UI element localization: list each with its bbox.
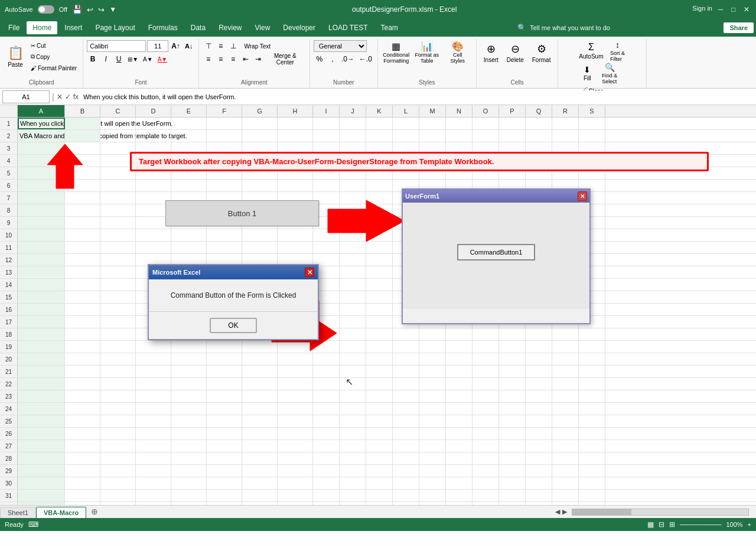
cell-A3[interactable] [18, 142, 65, 154]
cell-L29[interactable] [393, 465, 419, 477]
cell-R22[interactable] [552, 378, 579, 390]
cell-F1[interactable] [207, 118, 242, 129]
cell-B30[interactable] [65, 477, 100, 489]
menu-page-layout[interactable]: Page Layout [89, 21, 141, 34]
cell-S28[interactable] [579, 452, 605, 464]
cell-S24[interactable] [579, 403, 605, 415]
cell-Q24[interactable] [526, 403, 552, 415]
col-header-O[interactable]: O [472, 105, 499, 117]
cell-F2[interactable] [207, 130, 242, 142]
cell-H31[interactable] [278, 490, 313, 501]
cell-S32[interactable] [579, 502, 605, 505]
cell-J24[interactable] [340, 403, 366, 415]
cell-E23[interactable] [171, 390, 207, 402]
cell-F6[interactable] [207, 180, 242, 191]
cell-A4[interactable] [18, 155, 65, 167]
cell-S19[interactable] [579, 341, 605, 353]
cell-D21[interactable] [136, 366, 171, 377]
row-num-25[interactable]: 25 [0, 415, 18, 427]
cell-S2[interactable] [579, 130, 605, 142]
row-num-32[interactable]: 32 [0, 502, 18, 505]
cell-A21[interactable] [18, 366, 65, 377]
row-num-28[interactable]: 28 [0, 452, 18, 464]
cell-B23[interactable] [65, 390, 100, 402]
cell-C18[interactable] [100, 328, 136, 340]
col-header-F[interactable]: F [207, 105, 242, 117]
view-normal-btn[interactable]: ▦ [647, 520, 654, 529]
cell-P32[interactable] [499, 502, 526, 505]
cell-D10[interactable] [136, 229, 171, 241]
row-num-27[interactable]: 27 [0, 440, 18, 452]
cell-N1[interactable] [446, 118, 472, 129]
cell-F11[interactable] [207, 242, 242, 253]
comma-button[interactable]: , [327, 53, 338, 65]
cell-K2[interactable] [366, 130, 393, 142]
cell-J20[interactable] [340, 353, 366, 365]
cell-L1[interactable] [393, 118, 419, 129]
cell-J1[interactable] [340, 118, 366, 129]
cell-P2[interactable] [499, 130, 526, 142]
cell-E2[interactable] [171, 130, 207, 142]
cell-B18[interactable] [65, 328, 100, 340]
cell-A2[interactable]: VBA Macro and User Form copied from temp… [18, 130, 65, 142]
cell-I20[interactable] [313, 353, 340, 365]
col-header-L[interactable]: L [393, 105, 419, 117]
cell-M27[interactable] [419, 440, 446, 452]
cell-K24[interactable] [366, 403, 393, 415]
cell-H26[interactable] [278, 428, 313, 439]
row-num-15[interactable]: 15 [0, 291, 18, 303]
cell-S1[interactable] [579, 118, 605, 129]
number-format-select[interactable]: General Number Currency Date Text [314, 40, 367, 52]
row-num-22[interactable]: 22 [0, 378, 18, 390]
font-color-button[interactable]: A▼ [156, 53, 170, 65]
sheet-tab-sheet1[interactable]: Sheet1 [0, 507, 36, 518]
cell-K27[interactable] [366, 440, 393, 452]
cell-B29[interactable] [65, 465, 100, 477]
cell-P25[interactable] [499, 415, 526, 427]
cell-I11[interactable] [313, 242, 340, 253]
row-num-14[interactable]: 14 [0, 279, 18, 291]
cell-Q1[interactable] [526, 118, 552, 129]
excel-button1[interactable]: Button 1 [165, 200, 319, 226]
cell-styles-button[interactable]: 🎨 CellStyles [443, 40, 472, 64]
cell-G11[interactable] [242, 242, 278, 253]
cell-M28[interactable] [419, 452, 446, 464]
sort-filter-button[interactable]: ↕ Sort &Filter [607, 40, 628, 61]
cell-B19[interactable] [65, 341, 100, 353]
cell-B3[interactable] [65, 142, 100, 154]
cell-P21[interactable] [499, 366, 526, 377]
cell-A22[interactable] [18, 378, 65, 390]
cell-C15[interactable] [100, 291, 136, 303]
cell-J31[interactable] [340, 490, 366, 501]
cell-N29[interactable] [446, 465, 472, 477]
cell-I28[interactable] [313, 452, 340, 464]
cell-H29[interactable] [278, 465, 313, 477]
cell-N27[interactable] [446, 440, 472, 452]
row-num-12[interactable]: 12 [0, 254, 18, 266]
cell-A1[interactable]: When you click this button, it will open… [18, 118, 65, 129]
cell-L2[interactable] [393, 130, 419, 142]
cell-K25[interactable] [366, 415, 393, 427]
cell-M26[interactable] [419, 428, 446, 439]
cell-O18[interactable] [472, 328, 499, 340]
increase-decimal-button[interactable]: .0→ [340, 53, 356, 65]
cell-O23[interactable] [472, 390, 499, 402]
indent-more-button[interactable]: ⇥ [252, 53, 264, 65]
cell-E24[interactable] [171, 403, 207, 415]
cell-B16[interactable] [65, 304, 100, 315]
autosave-toggle[interactable] [38, 5, 54, 14]
cell-K14[interactable] [366, 279, 393, 291]
cell-Q32[interactable] [526, 502, 552, 505]
conditional-formatting-button[interactable]: ▦ ConditionalFormatting [382, 40, 411, 64]
minimize-btn[interactable]: ─ [716, 5, 725, 14]
cell-C11[interactable] [100, 242, 136, 253]
scroll-right-button[interactable]: ▶ [562, 508, 567, 516]
cell-J11[interactable] [340, 242, 366, 253]
cell-D20[interactable] [136, 353, 171, 365]
cell-C2[interactable] [100, 130, 136, 142]
cell-D11[interactable] [136, 242, 171, 253]
cell-A24[interactable] [18, 403, 65, 415]
cell-L26[interactable] [393, 428, 419, 439]
cell-B28[interactable] [65, 452, 100, 464]
row-num-6[interactable]: 6 [0, 180, 18, 191]
